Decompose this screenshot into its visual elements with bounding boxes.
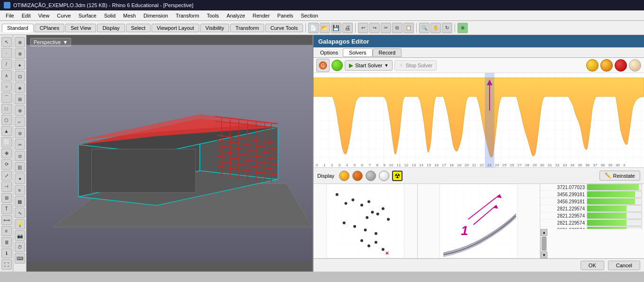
menu-file[interactable]: File	[2, 12, 18, 19]
toolbar-btn-undo[interactable]: ↩	[358, 23, 368, 33]
menu-analyze[interactable]: Analyze	[223, 12, 249, 19]
scroll-thumb[interactable]	[542, 237, 546, 251]
galapagos-icon[interactable]: G	[316, 59, 330, 72]
viewport-area[interactable]: Perspective ▼	[27, 35, 313, 272]
lbtn-polyline[interactable]: ∧	[1, 70, 12, 80]
lbtn-rect[interactable]: □	[1, 104, 12, 114]
stop-icon-red[interactable]	[615, 59, 627, 72]
neutral-icon[interactable]	[629, 59, 641, 72]
toolbar-btn-zoom[interactable]: 🔍	[419, 23, 429, 33]
toolbar-btn-open[interactable]: 📂	[320, 23, 330, 33]
lbtn-select[interactable]: ↖	[1, 37, 12, 47]
lbtn-arc[interactable]: ⌒	[1, 92, 12, 102]
menu-surface[interactable]: Surface	[75, 12, 100, 19]
lbtn-array[interactable]: ⊞	[1, 193, 12, 203]
display-circle-white[interactable]	[379, 171, 389, 181]
lbtn-grp[interactable]: ⛶	[1, 259, 12, 269]
lbtn2-block[interactable]: ▦	[15, 196, 25, 207]
clock-icon-1[interactable]	[586, 59, 599, 72]
toolbar-btn-new[interactable]: 📄	[308, 23, 319, 33]
lbtn-line[interactable]: /	[1, 59, 12, 69]
menu-mesh[interactable]: Mesh	[119, 12, 140, 19]
lbtn2-explode[interactable]: ✦	[15, 173, 25, 184]
menu-transform[interactable]: Transform	[172, 12, 203, 19]
toolbar-btn-redo[interactable]: ↪	[369, 23, 380, 33]
display-circle-gray[interactable]	[366, 171, 376, 181]
lbtn2-script[interactable]: ⌨	[15, 253, 25, 264]
lbtn-box[interactable]: ⬜	[1, 137, 12, 147]
lbtn2-lights[interactable]: 💡	[15, 219, 25, 229]
menu-section[interactable]: Section	[297, 12, 322, 19]
lbtn-props[interactable]: ℹ	[1, 248, 12, 258]
menu-view[interactable]: View	[35, 12, 54, 19]
menu-panels[interactable]: Panels	[274, 12, 297, 19]
stop-solver-btn[interactable]: ✕ Stop Solver	[394, 60, 437, 71]
tab-select[interactable]: Select	[126, 24, 151, 32]
toolbar-btn-snap[interactable]: ⊕	[457, 23, 468, 33]
tab-transform[interactable]: Transform	[230, 24, 264, 32]
menu-curve[interactable]: Curve	[53, 12, 74, 19]
lbtn-extrude[interactable]: ▲	[1, 126, 12, 136]
solver-enabled-icon[interactable]	[331, 60, 343, 71]
lbtn2-history[interactable]: ⏱	[15, 242, 25, 252]
tab-viewport-layout[interactable]: Viewport Layout	[152, 24, 199, 32]
toolbar-btn-cut[interactable]: ✂	[381, 23, 391, 33]
tab-display[interactable]: Display	[97, 24, 125, 32]
lbtn2-align[interactable]: ≡	[15, 185, 25, 195]
start-solver-btn[interactable]: ▶ Start Solver ▼	[345, 60, 393, 71]
lbtn2-bool[interactable]: ⊕	[15, 105, 25, 116]
scroll-down-arrow[interactable]: ▼	[541, 252, 547, 258]
menu-render[interactable]: Render	[249, 12, 274, 19]
lbtn-move[interactable]: ✥	[1, 148, 12, 158]
lbtn2-osnap[interactable]: ⊕	[15, 37, 25, 47]
start-solver-dropdown[interactable]: ▼	[384, 63, 388, 68]
g-menu-solvers[interactable]: Solvers	[343, 48, 373, 57]
menu-tools[interactable]: Tools	[203, 12, 223, 19]
menu-dimension[interactable]: Dimension	[140, 12, 172, 19]
toolbar-btn-rotate[interactable]: ↻	[442, 23, 452, 33]
cancel-btn[interactable]: Cancel	[608, 261, 640, 270]
tab-setview[interactable]: Set View	[65, 24, 96, 32]
lbtn2-gumball[interactable]: ⊗	[15, 48, 25, 59]
toolbar-btn-paste[interactable]: 📋	[403, 23, 414, 33]
lbtn2-fillet[interactable]: ⌐	[15, 117, 25, 127]
menu-solid[interactable]: Solid	[100, 12, 119, 19]
lbtn-text[interactable]: T	[1, 204, 12, 214]
g-menu-options[interactable]: Options	[315, 49, 343, 56]
lbtn2-camera[interactable]: 📷	[15, 230, 25, 241]
reinstate-btn[interactable]: ✏️ Reinstate	[599, 171, 640, 181]
clock-icon-2[interactable]	[600, 59, 613, 72]
display-circle-orange[interactable]	[339, 171, 349, 181]
lbtn-hatch[interactable]: ≡	[1, 226, 12, 236]
lbtn2-record[interactable]: ●	[15, 60, 25, 70]
tab-curve-tools[interactable]: Curve Tools	[265, 24, 303, 32]
g-menu-record[interactable]: Record	[373, 48, 402, 57]
ok-btn[interactable]: OK	[581, 261, 604, 270]
lbtn-dim[interactable]: ⟺	[1, 215, 12, 225]
lbtn2-render[interactable]: ◈	[15, 82, 25, 93]
lbtn2-trim[interactable]: ✂	[15, 139, 25, 150]
tab-standard[interactable]: Standard	[2, 24, 34, 32]
tab-cplanes[interactable]: CPlanes	[35, 24, 65, 32]
tab-visibility[interactable]: Visibility	[200, 24, 230, 32]
lbtn-point[interactable]: ·	[1, 48, 12, 58]
toolbar-btn-save[interactable]: 💾	[331, 23, 341, 33]
lbtn2-join[interactable]: ⛓	[15, 162, 25, 173]
lbtn-scale[interactable]: ⤢	[1, 171, 12, 181]
display-hazard-btn[interactable]: ☢	[392, 171, 402, 181]
values-scrollbar[interactable]: ▲ ▼	[540, 229, 547, 258]
lbtn2-split[interactable]: ⊘	[15, 151, 25, 161]
lbtn-layer[interactable]: ≣	[1, 237, 12, 247]
lbtn-circle[interactable]: ○	[1, 82, 12, 91]
lbtn2-mesh2[interactable]: ⊞	[15, 94, 25, 104]
lbtn-surface[interactable]: ⬡	[1, 115, 12, 125]
scroll-up-arrow[interactable]: ▲	[541, 229, 547, 236]
lbtn-rotate3d[interactable]: ⟳	[1, 159, 12, 169]
display-circle-darkorange[interactable]	[352, 171, 363, 181]
lbtn2-offset[interactable]: ⊜	[15, 128, 25, 138]
toolbar-btn-print[interactable]: 🖨	[342, 23, 353, 33]
toolbar-btn-copy[interactable]: ⧉	[392, 23, 402, 33]
lbtn2-crvfsurf[interactable]: ∿	[15, 208, 25, 218]
lbtn2-cplane[interactable]: ⊡	[15, 71, 25, 82]
lbtn-mirror[interactable]: ⊣	[1, 182, 12, 191]
